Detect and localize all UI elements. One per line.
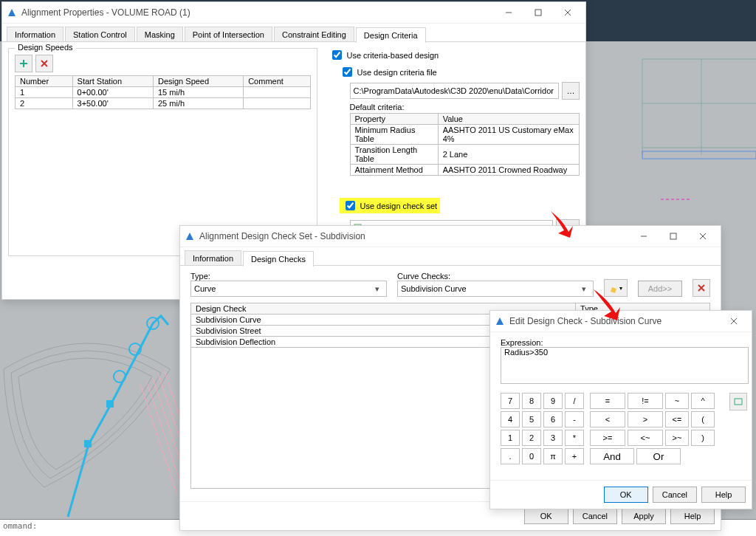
tab-station-control[interactable]: Station Control (65, 27, 135, 42)
key-4[interactable]: 4 (501, 411, 520, 427)
maximize-button[interactable] (523, 2, 553, 23)
key-op[interactable]: ) (691, 430, 715, 446)
key--[interactable]: - (565, 411, 584, 427)
key-op[interactable]: != (628, 393, 663, 409)
expression-label: Expression: (501, 338, 741, 347)
svg-rect-23 (670, 233, 676, 239)
edit-check-button[interactable]: ▾ (604, 279, 628, 297)
svg-rect-28 (735, 399, 742, 405)
svg-rect-18 (535, 10, 541, 16)
app-icon (7, 7, 17, 18)
minimize-button[interactable] (494, 2, 523, 23)
use-design-check-set-checkbox[interactable]: Use design check set (340, 198, 441, 213)
use-criteria-checkbox[interactable]: Use criteria-based design (329, 48, 580, 62)
delete-speed-button[interactable] (35, 55, 53, 72)
curve-checks-dropdown[interactable]: Subdivision Curve▾ (397, 281, 594, 297)
expression-input[interactable] (501, 347, 749, 384)
design-speeds-table[interactable]: NumberStart StationDesign SpeedComment 1… (15, 75, 311, 109)
column-header[interactable]: Number (16, 76, 73, 87)
svg-rect-7 (84, 440, 92, 447)
curve-checks-label: Curve Checks: (397, 272, 594, 281)
tab-information[interactable]: Information (7, 27, 63, 42)
ok-button[interactable]: OK (524, 508, 568, 524)
key-op[interactable]: ( (691, 411, 715, 427)
close-button[interactable] (719, 311, 749, 331)
key-op[interactable]: <= (665, 411, 689, 427)
operator-keypad: =!=~^<><=(>=<~>~) (590, 393, 715, 446)
key-op[interactable]: <~ (628, 430, 663, 446)
default-criteria-label: Default criteria: (350, 103, 580, 111)
cancel-button[interactable]: Cancel (653, 487, 697, 503)
browse-file-button[interactable]: … (562, 82, 580, 100)
add-speed-button[interactable] (15, 55, 32, 72)
tab-design-checks[interactable]: Design Checks (243, 251, 314, 267)
table-row[interactable]: Minimum Radius TableAASHTO 2011 US Custo… (350, 125, 580, 145)
app-icon (185, 231, 195, 241)
use-criteria-file-checkbox[interactable]: Use design criteria file (340, 65, 580, 79)
key-0[interactable]: 0 (522, 448, 541, 464)
key-op[interactable]: = (590, 393, 625, 409)
table-row[interactable]: 23+50.00'25 mi/h (16, 98, 311, 109)
ok-button[interactable]: OK (604, 487, 648, 503)
remove-check-button[interactable] (693, 279, 710, 297)
cancel-button[interactable]: Cancel (573, 508, 617, 524)
window-title: Edit Design Check - Subdivision Curve (509, 316, 719, 326)
key-op[interactable]: >~ (665, 430, 689, 446)
key-8[interactable]: 8 (522, 393, 541, 409)
add-check-button[interactable]: Add>> (638, 281, 682, 297)
tab-design-criteria[interactable]: Design Criteria (356, 27, 426, 43)
column-header[interactable]: Property (350, 114, 438, 125)
tab-information[interactable]: Information (185, 250, 241, 266)
key-*[interactable]: * (565, 430, 584, 446)
help-button[interactable]: Help (670, 508, 715, 524)
key-op[interactable]: >= (590, 430, 625, 446)
tab-constraint-editing[interactable]: Constraint Editing (274, 27, 354, 42)
key-7[interactable]: 7 (501, 393, 520, 409)
column-header[interactable]: Value (438, 114, 579, 125)
tab-masking[interactable]: Masking (137, 27, 183, 42)
type-label: Type: (190, 272, 387, 281)
criteria-file-path[interactable] (350, 83, 560, 99)
type-dropdown[interactable]: Curve▾ (190, 281, 387, 297)
key-2[interactable]: 2 (522, 430, 541, 446)
close-button[interactable] (553, 2, 583, 23)
key-3[interactable]: 3 (543, 430, 563, 446)
insert-property-button[interactable] (729, 393, 747, 410)
close-button[interactable] (688, 226, 718, 247)
numeric-keypad: 789/456-123*.0π+ (501, 393, 584, 464)
key-+[interactable]: + (565, 448, 584, 464)
key-op[interactable]: > (628, 411, 663, 427)
key-1[interactable]: 1 (501, 430, 520, 446)
app-icon (495, 316, 505, 326)
edit-design-check-window: Edit Design Check - Subdivision Curve Ex… (489, 310, 752, 509)
table-row[interactable]: 10+00.00'15 mi/h (16, 87, 311, 98)
tab-point-of-intersection[interactable]: Point of Intersection (185, 27, 272, 42)
key-.[interactable]: . (501, 448, 520, 464)
column-header[interactable]: Start Station (72, 76, 153, 87)
key-9[interactable]: 9 (543, 393, 563, 409)
table-row[interactable]: Attainment MethodAASHTO 2011 Crowned Roa… (350, 165, 580, 176)
column-header[interactable]: Comment (244, 76, 310, 87)
key-/[interactable]: / (565, 393, 584, 409)
key-π[interactable]: π (543, 448, 563, 464)
help-button[interactable]: Help (701, 487, 746, 503)
minimize-button[interactable] (629, 226, 659, 247)
svg-rect-8 (106, 400, 114, 408)
key-op[interactable]: ~ (665, 393, 689, 409)
maximize-button[interactable] (659, 226, 688, 247)
svg-rect-5 (642, 151, 756, 159)
key-op[interactable]: < (590, 411, 625, 427)
key-op[interactable]: ^ (691, 393, 715, 409)
column-header[interactable]: Design Speed (154, 76, 244, 87)
svg-point-11 (114, 371, 126, 382)
default-criteria-table[interactable]: PropertyValue Minimum Radius TableAASHTO… (350, 113, 580, 176)
svg-line-12 (140, 384, 177, 495)
key-6[interactable]: 6 (543, 411, 563, 427)
table-row[interactable]: Transition Length Table2 Lane (350, 145, 580, 165)
apply-button[interactable]: Apply (622, 508, 666, 524)
key-5[interactable]: 5 (522, 411, 541, 427)
svg-line-13 (146, 380, 183, 491)
or-button[interactable]: Or (636, 448, 681, 464)
and-button[interactable]: And (590, 448, 634, 464)
window-title: Alignment Design Check Set - Subdivision (199, 231, 629, 241)
